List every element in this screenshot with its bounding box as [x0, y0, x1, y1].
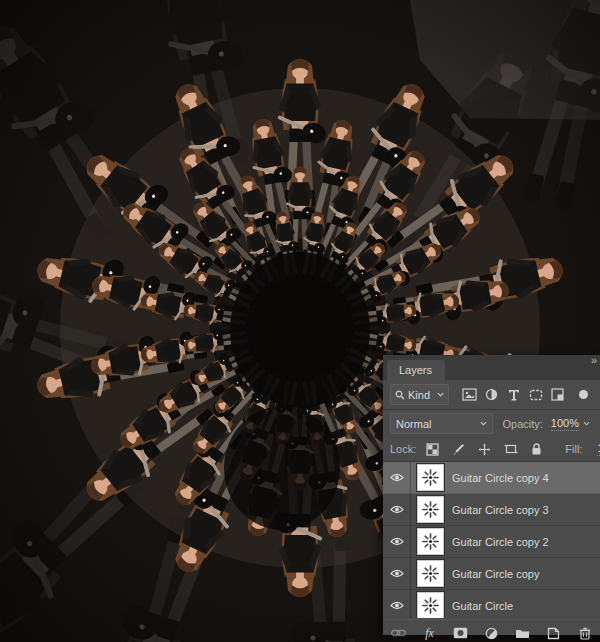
layer-filter-kind-select[interactable]: Kind — [390, 384, 449, 405]
new-layer-icon[interactable] — [543, 624, 565, 642]
lock-all-padlock-icon[interactable] — [527, 440, 546, 458]
layer-row[interactable]: Guitar Circle copy — [383, 558, 600, 590]
layer-thumbnail[interactable] — [417, 464, 444, 491]
lock-position-move-icon[interactable] — [475, 440, 494, 458]
add-layer-mask-icon[interactable] — [450, 624, 472, 642]
tab-layers[interactable]: Layers — [387, 360, 445, 380]
blend-mode-select[interactable]: Normal — [390, 413, 493, 434]
layer-thumbnail[interactable] — [417, 528, 444, 555]
pixel-layer-filter-icon[interactable] — [460, 386, 479, 404]
link-layers-icon[interactable] — [388, 624, 410, 642]
layer-name: Guitar Circle — [452, 600, 513, 612]
chevron-down-icon — [480, 421, 487, 426]
lock-artboard-icon[interactable] — [501, 440, 520, 458]
shape-layer-filter-icon[interactable] — [526, 386, 545, 404]
chevron-down-icon — [437, 392, 444, 397]
layers-panel: Layers » Kind — [383, 355, 600, 635]
new-group-folder-icon[interactable] — [512, 624, 534, 642]
visibility-toggle-eye-icon[interactable] — [383, 558, 411, 589]
layer-style-fx-icon[interactable]: fx — [419, 624, 441, 642]
lock-buttons — [423, 440, 546, 458]
panel-bottom-toolbar: fx — [383, 619, 600, 642]
kind-label: Kind — [408, 389, 434, 401]
layer-thumbnail[interactable] — [417, 496, 444, 523]
visibility-toggle-eye-icon[interactable] — [383, 494, 411, 525]
layer-name: Guitar Circle copy — [452, 568, 539, 580]
layer-name: Guitar Circle copy 2 — [452, 536, 549, 548]
visibility-toggle-eye-icon[interactable] — [383, 462, 411, 493]
visibility-toggle-eye-icon[interactable] — [383, 590, 411, 618]
layer-list: Guitar Circle copy 4 — [383, 462, 600, 618]
search-icon — [395, 390, 405, 400]
opacity-value-control[interactable]: 100% — [548, 415, 593, 433]
lock-transparency-icon[interactable] — [423, 440, 442, 458]
visibility-toggle-eye-icon[interactable] — [383, 526, 411, 557]
layer-filter-row: Kind — [383, 380, 600, 410]
panel-tab-bar: Layers » — [383, 355, 600, 380]
layer-thumbnail[interactable] — [417, 560, 444, 587]
blend-mode-row: Normal Opacity: 100% — [383, 410, 600, 437]
fill-label: Fill: — [565, 443, 582, 455]
filter-toggle-icon[interactable] — [574, 386, 593, 404]
blend-mode-value: Normal — [396, 418, 480, 430]
layer-name: Guitar Circle copy 4 — [452, 472, 549, 484]
opacity-label: Opacity: — [503, 418, 543, 430]
lock-label: Lock: — [390, 443, 416, 455]
collapse-panel-icon[interactable]: » — [591, 355, 595, 365]
delete-layer-trash-icon[interactable] — [574, 624, 596, 642]
lock-row: Lock: — [383, 437, 600, 462]
layer-name: Guitar Circle copy 3 — [452, 504, 549, 516]
fill-value-control[interactable]: 100% — [594, 440, 600, 458]
chevron-down-icon — [583, 421, 590, 426]
filter-type-buttons — [460, 386, 567, 404]
layer-row[interactable]: Guitar Circle copy 4 — [383, 462, 600, 494]
opacity-value: 100% — [551, 417, 579, 431]
layer-row[interactable]: Guitar Circle copy 2 — [383, 526, 600, 558]
new-adjustment-layer-icon[interactable] — [481, 624, 503, 642]
lock-pixels-brush-icon[interactable] — [449, 440, 468, 458]
layer-row[interactable]: Guitar Circle — [383, 590, 600, 618]
adjustment-layer-filter-icon[interactable] — [482, 386, 501, 404]
layer-thumbnail[interactable] — [417, 592, 444, 618]
layer-row[interactable]: Guitar Circle copy 3 — [383, 494, 600, 526]
type-layer-filter-icon[interactable] — [504, 386, 523, 404]
photoshop-workspace: Layers » Kind — [0, 0, 600, 642]
smart-object-filter-icon[interactable] — [548, 386, 567, 404]
